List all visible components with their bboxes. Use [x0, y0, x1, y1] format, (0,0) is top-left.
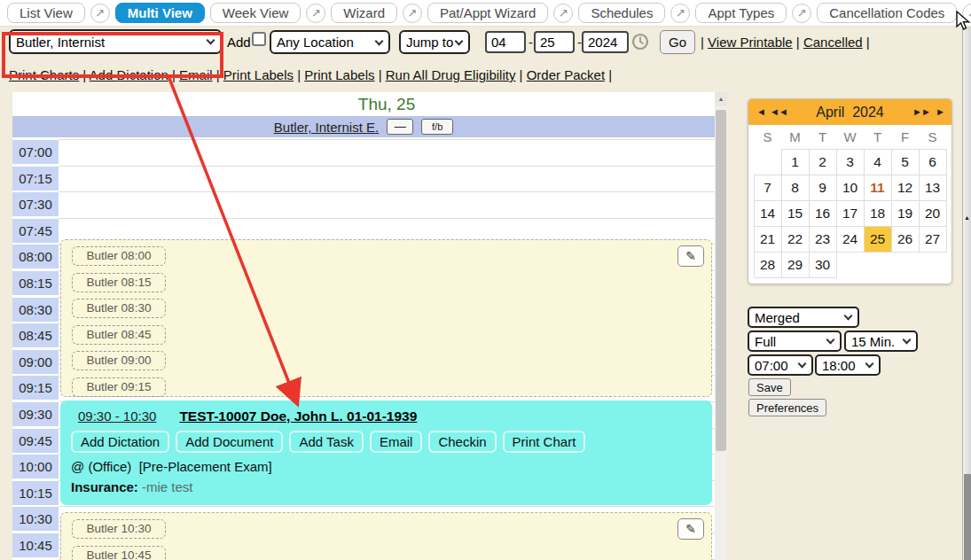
toolbar-link-cancelled[interactable]: Cancelled: [803, 35, 863, 50]
tab-schedules[interactable]: Schedules: [578, 3, 665, 23]
open-slot-button[interactable]: Butler 10:30: [72, 519, 166, 539]
action-link-print-labels-3[interactable]: Print Labels: [223, 67, 294, 82]
calendar-day[interactable]: 23: [809, 227, 836, 253]
calendar-day[interactable]: 28: [754, 253, 781, 278]
scroll-up-icon[interactable]: ▲: [715, 92, 727, 106]
toolbar-link-view-printable[interactable]: View Printable: [708, 35, 793, 50]
calendar-day[interactable]: 3: [836, 150, 864, 175]
tab-multi-view[interactable]: Multi View: [115, 3, 205, 23]
open-new-window-icon[interactable]: ↗: [553, 4, 573, 23]
cal-nav-back-icon[interactable]: ◄: [756, 99, 765, 125]
open-new-window-icon[interactable]: ↗: [962, 4, 971, 23]
provider-select[interactable]: Butler, Internist: [9, 29, 222, 54]
appointment-time-link[interactable]: 09:30 - 10:30: [78, 408, 156, 424]
open-slot-button[interactable]: Butler 08:15: [72, 273, 166, 292]
edit-slots-button[interactable]: ✎: [677, 518, 704, 540]
open-slot-button[interactable]: Butler 08:30: [72, 299, 166, 318]
calendar-day[interactable]: 17: [836, 201, 864, 227]
tab-appt-types[interactable]: Appt Types: [695, 3, 787, 23]
cal-nav-forward-fast-icon[interactable]: ►►: [912, 99, 930, 125]
calendar-day[interactable]: 16: [809, 201, 836, 227]
tab-wizard[interactable]: Wizard: [331, 3, 397, 23]
scrollbar-thumb[interactable]: [716, 110, 726, 451]
calendar-day[interactable]: 21: [754, 227, 781, 253]
add-document-button[interactable]: Add Document: [176, 431, 283, 453]
calendar-day[interactable]: 14: [754, 201, 781, 227]
tab-week-view[interactable]: Week View: [210, 3, 301, 23]
calendar-day[interactable]: 9: [809, 175, 836, 201]
start-time-select[interactable]: 07:00: [748, 354, 813, 376]
provider-link[interactable]: Butler, Internist E.: [274, 120, 379, 135]
calendar-day[interactable]: 18: [864, 201, 891, 227]
location-select[interactable]: Any Location: [270, 30, 390, 54]
calendar-day[interactable]: 19: [891, 201, 919, 227]
open-new-window-icon[interactable]: ↗: [306, 4, 325, 23]
calendar-day[interactable]: 5: [891, 150, 919, 175]
calendar-day[interactable]: 22: [781, 227, 809, 253]
calendar-day[interactable]: 12: [891, 175, 919, 201]
calendar-day[interactable]: 1: [781, 150, 809, 175]
collapse-column-button[interactable]: —: [387, 119, 413, 135]
date-day-input[interactable]: [534, 31, 575, 53]
scroll-up-icon[interactable]: ▲: [963, 214, 971, 221]
calendar-day[interactable]: 30: [809, 253, 836, 278]
end-time-select[interactable]: 18:00: [815, 354, 881, 376]
calendar-day[interactable]: 27: [919, 227, 946, 253]
calendar-day[interactable]: 7: [754, 175, 781, 201]
action-link-run-all-drug-eligibility-5[interactable]: Run All Drug Eligibility: [386, 67, 516, 82]
appointment-card[interactable]: 09:30 - 10:30 TEST-10007 Doe, John L. 01…: [60, 401, 712, 505]
action-link-print-charts-0[interactable]: Print Charts: [9, 67, 79, 82]
calendar-day[interactable]: 15: [781, 201, 809, 227]
clock-icon[interactable]: [631, 33, 649, 54]
cal-nav-back-fast-icon[interactable]: ◄◄: [770, 99, 787, 125]
email-button[interactable]: Email: [370, 431, 423, 453]
open-slot-button[interactable]: Butler 08:45: [72, 325, 166, 345]
page-scrollbar[interactable]: ▲: [962, 27, 971, 560]
calendar-day[interactable]: 6: [919, 150, 946, 175]
print-chart-button[interactable]: Print Chart: [503, 431, 586, 453]
date-month-input[interactable]: [485, 31, 526, 53]
open-new-window-icon[interactable]: ↗: [90, 4, 110, 23]
action-link-order-packet-6[interactable]: Order Packet: [527, 67, 605, 82]
add-dictation-button[interactable]: Add Dictation: [71, 431, 169, 453]
action-link-print-labels-4[interactable]: Print Labels: [304, 67, 374, 82]
date-year-input[interactable]: [582, 31, 629, 53]
action-link-add-dictation-1[interactable]: Add Dictation: [90, 67, 168, 82]
interval-select[interactable]: 15 Min.: [844, 331, 918, 352]
calendar-day[interactable]: 25: [864, 227, 891, 253]
open-slot-button[interactable]: Butler 09:00: [72, 351, 166, 370]
open-new-window-icon[interactable]: ↗: [670, 4, 690, 23]
open-new-window-icon[interactable]: ↗: [792, 4, 811, 23]
calendar-day[interactable]: 29: [781, 253, 809, 278]
tab-cancellation-codes[interactable]: Cancellation Codes: [817, 3, 957, 23]
calendar-day[interactable]: 13: [919, 175, 946, 201]
calendar-day[interactable]: 4: [864, 150, 891, 175]
size-select[interactable]: Full: [748, 331, 842, 352]
front-back-button[interactable]: f/b: [421, 119, 453, 135]
save-button[interactable]: Save: [748, 378, 791, 396]
go-button[interactable]: Go: [660, 30, 695, 54]
tab-list-view[interactable]: List View: [7, 3, 85, 23]
calendar-day[interactable]: 2: [809, 150, 836, 175]
calendar-day[interactable]: 11: [864, 175, 891, 201]
open-slot-button[interactable]: Butler 10:45: [72, 546, 166, 560]
add-checkbox[interactable]: [252, 32, 266, 46]
tab-pat-appt-wizard[interactable]: Pat/Appt Wizard: [427, 3, 548, 23]
jump-to-select[interactable]: Jump to: [399, 30, 470, 54]
open-slot-button[interactable]: Butler 09:15: [72, 377, 166, 397]
action-link-email-2[interactable]: Email: [179, 67, 213, 82]
edit-slots-button[interactable]: ✎: [677, 245, 704, 267]
scrollbar-thumb[interactable]: [964, 474, 971, 560]
schedule-scrollbar[interactable]: ▲: [715, 92, 727, 560]
view-mode-select[interactable]: Merged: [748, 307, 859, 328]
open-new-window-icon[interactable]: ↗: [403, 4, 422, 23]
calendar-day[interactable]: 20: [919, 201, 946, 227]
calendar-day[interactable]: 26: [891, 227, 919, 253]
patient-link[interactable]: TEST-10007 Doe, John L. 01-01-1939: [179, 408, 417, 424]
checkin-button[interactable]: Checkin: [428, 431, 496, 453]
cal-nav-forward-icon[interactable]: ►: [936, 99, 944, 125]
calendar-day[interactable]: 8: [781, 175, 809, 201]
calendar-day[interactable]: 24: [836, 227, 864, 253]
add-task-button[interactable]: Add Task: [289, 431, 363, 453]
open-slot-button[interactable]: Butler 08:00: [72, 246, 166, 266]
